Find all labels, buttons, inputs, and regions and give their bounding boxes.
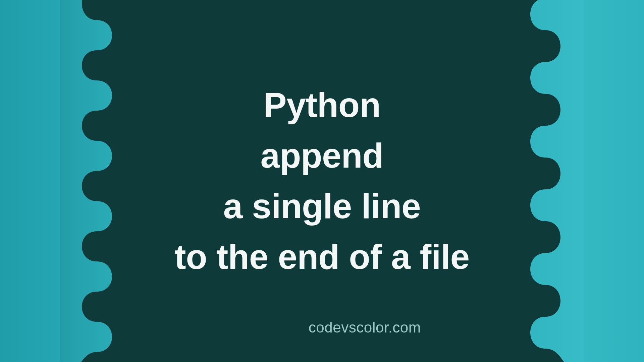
headline-text: Python append a single line to the end o… [0, 80, 644, 282]
headline-line-3: a single line [0, 181, 644, 232]
headline-block: Python append a single line to the end o… [0, 80, 644, 282]
headline-line-2: append [0, 130, 644, 181]
headline-line-1: Python [0, 80, 644, 130]
watermark-text: codevscolor.com [309, 319, 421, 336]
banner-canvas: Python append a single line to the end o… [0, 0, 644, 362]
headline-line-4: to the end of a file [0, 232, 644, 282]
